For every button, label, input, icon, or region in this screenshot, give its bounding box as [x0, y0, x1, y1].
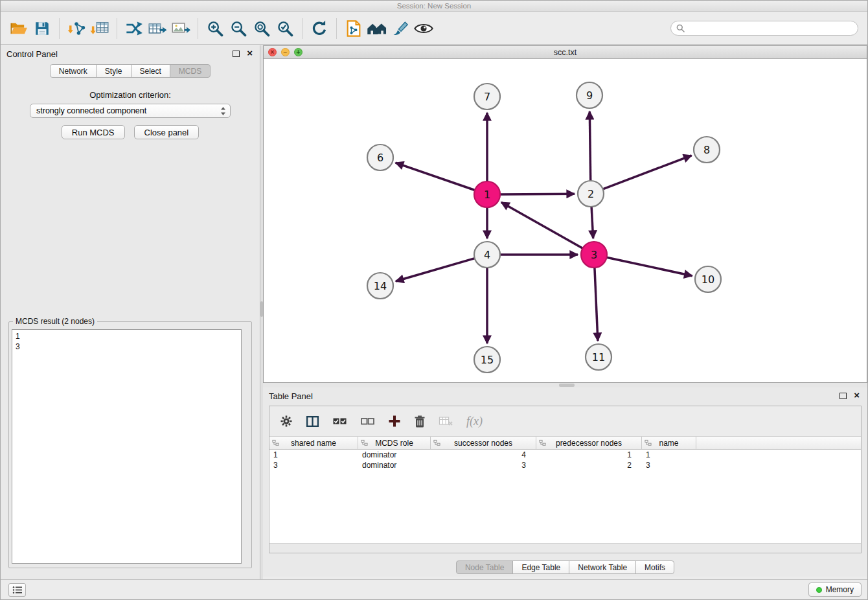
table-row[interactable]: 3dominator323 — [269, 460, 861, 470]
paint-icon — [391, 20, 409, 37]
table-tab-motifs[interactable]: Motifs — [635, 560, 674, 574]
graph-node-label: 4 — [484, 249, 490, 261]
close-panel-icon[interactable]: × — [854, 391, 860, 399]
column-header-mcds-role[interactable]: MCDS role — [358, 437, 431, 449]
graph-edge-3-11[interactable] — [595, 268, 598, 341]
horizontal-splitter-grip[interactable] — [559, 384, 575, 387]
graph-edge-2-3[interactable] — [591, 207, 593, 238]
export-network-button[interactable] — [122, 16, 146, 41]
zoom-in-button[interactable] — [203, 16, 227, 41]
export-image-button[interactable] — [169, 16, 192, 41]
graph-node-label: 1 — [484, 189, 490, 201]
open-session-button[interactable] — [7, 16, 30, 41]
graph-edge-1-2[interactable] — [500, 194, 575, 194]
eye-icon — [413, 21, 434, 36]
graph-edge-3-1[interactable] — [501, 202, 583, 248]
run-mcds-button[interactable]: Run MCDS — [62, 125, 125, 139]
memory-button[interactable]: Memory — [808, 583, 862, 597]
column-header-name[interactable]: name — [642, 437, 696, 449]
memory-label: Memory — [826, 585, 854, 594]
save-session-icon — [34, 20, 51, 37]
control-tab-network[interactable]: Network — [50, 64, 97, 78]
plus-icon — [388, 415, 401, 428]
eye-button[interactable] — [412, 16, 435, 41]
criterion-select[interactable]: strongly connected component — [30, 104, 231, 118]
import-table-icon — [90, 20, 109, 37]
table-settings-button[interactable] — [280, 415, 293, 428]
table-body: 1dominator4113dominator323 — [269, 450, 861, 470]
zoom-selected-button[interactable] — [273, 16, 297, 41]
float-panel-icon[interactable] — [233, 51, 240, 57]
mcds-result-line: 1 — [16, 331, 238, 341]
table-tab-network-table[interactable]: Network Table — [569, 560, 636, 574]
graph-edge-2-9[interactable] — [589, 111, 590, 181]
table-tab-edge-table[interactable]: Edge Table — [512, 560, 569, 574]
graph-edge-1-6[interactable] — [396, 163, 475, 190]
network-canvas[interactable]: 7968124314101511 — [264, 60, 867, 382]
control-tab-style[interactable]: Style — [96, 64, 131, 78]
paint-button[interactable] — [389, 16, 412, 41]
delete-table-button-disabled[interactable] — [439, 415, 453, 427]
control-tab-mcds[interactable]: MCDS — [170, 64, 211, 78]
show-column-panel-button[interactable] — [306, 415, 319, 428]
zoom-out-icon — [229, 19, 247, 38]
task-history-button[interactable] — [8, 583, 26, 597]
home-button[interactable] — [365, 16, 389, 41]
export-network-icon — [125, 20, 143, 37]
graph-node-label: 14 — [374, 280, 387, 292]
refresh-button[interactable] — [308, 16, 331, 41]
mcds-buttons: Run MCDS Close panel — [1, 125, 260, 139]
network-graph[interactable]: 7968124314101511 — [264, 60, 867, 382]
search-input[interactable] — [670, 21, 858, 36]
table-scrollbar[interactable] — [269, 543, 861, 553]
toolbar-separator — [198, 18, 198, 39]
table-cell: 1 — [269, 450, 358, 460]
mcds-result-list[interactable]: 13 — [12, 329, 242, 564]
graph-edge-2-8[interactable] — [603, 156, 692, 189]
save-session-button[interactable] — [30, 16, 54, 41]
import-network-button[interactable] — [65, 16, 88, 41]
import-table-button[interactable] — [88, 16, 111, 41]
network-window-title: scc.txt — [554, 48, 577, 57]
main-toolbar — [1, 12, 867, 45]
maximize-window-icon[interactable]: + — [294, 48, 303, 56]
delete-table-icon — [439, 415, 453, 427]
column-header-icon — [539, 439, 546, 446]
float-panel-icon[interactable] — [839, 393, 847, 399]
network-document-button[interactable] — [342, 16, 365, 41]
statusbar: Memory — [1, 579, 867, 599]
table-cell: dominator — [358, 460, 431, 470]
graph-edge-3-10[interactable] — [607, 257, 692, 276]
graph-edge-4-14[interactable] — [396, 259, 475, 281]
window-titlebar[interactable]: Session: New Session — [1, 1, 867, 12]
table-row[interactable]: 1dominator411 — [269, 450, 861, 460]
close-panel-icon[interactable]: × — [247, 49, 253, 57]
graph-node-label: 7 — [484, 91, 490, 103]
column-header-shared-name[interactable]: shared name — [269, 437, 358, 449]
network-window-titlebar[interactable]: × − + scc.txt — [264, 46, 867, 59]
select-all-columns-button[interactable] — [332, 416, 347, 426]
function-builder-button[interactable]: f(x) — [466, 415, 483, 428]
column-header-predecessor-nodes[interactable]: predecessor nodes — [536, 437, 642, 449]
table-tab-node-table[interactable]: Node Table — [456, 560, 514, 574]
control-panel: Control Panel × NetworkStyleSelectMCDS O… — [1, 45, 260, 581]
control-panel-title: Control Panel — [6, 49, 58, 59]
fx-label: f(x) — [466, 415, 483, 428]
create-column-button[interactable] — [388, 415, 401, 428]
control-tab-select[interactable]: Select — [131, 64, 170, 78]
column-header-icon — [433, 439, 440, 446]
graph-node-label: 8 — [703, 144, 710, 156]
close-window-icon[interactable]: × — [268, 48, 277, 56]
column-header-successor-nodes[interactable]: successor nodes — [431, 437, 536, 449]
close-panel-button[interactable]: Close panel — [134, 125, 200, 139]
criterion-value: strongly connected component — [36, 106, 146, 115]
minimize-window-icon[interactable]: − — [281, 48, 290, 56]
table-cell: 3 — [431, 460, 536, 470]
control-panel-tabs: NetworkStyleSelectMCDS — [1, 64, 260, 78]
delete-column-button[interactable] — [414, 415, 426, 428]
zoom-out-button[interactable] — [227, 16, 250, 41]
zoom-fit-button[interactable] — [250, 16, 273, 41]
export-table-button[interactable] — [146, 16, 169, 41]
toolbar-separator — [302, 18, 303, 39]
unselect-all-columns-button[interactable] — [360, 416, 375, 426]
